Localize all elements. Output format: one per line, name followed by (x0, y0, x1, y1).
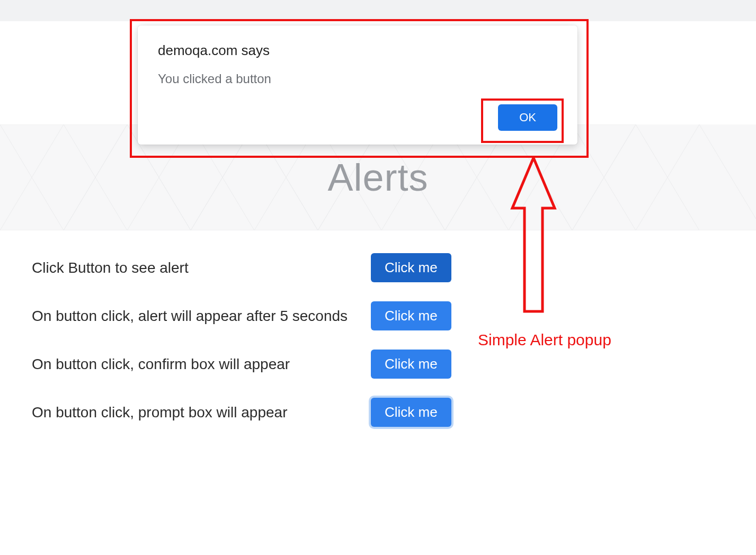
alert-button-timed[interactable]: Click me (371, 301, 451, 330)
dialog-title: demoqa.com says (158, 42, 557, 59)
alert-row-label: On button click, prompt box will appear (32, 402, 371, 423)
alert-row-simple: Click Button to see alert Click me (6, 244, 735, 292)
alert-row-label: On button click, alert will appear after… (32, 306, 371, 326)
alert-button-simple[interactable]: Click me (371, 253, 451, 282)
js-alert-dialog: demoqa.com says You clicked a button OK (138, 25, 577, 145)
annotation-label: Simple Alert popup (478, 331, 611, 349)
dialog-actions: OK (158, 104, 557, 131)
alert-row-confirm: On button click, confirm box will appear… (6, 340, 735, 388)
dialog-message: You clicked a button (158, 71, 557, 86)
alerts-panel: Click Button to see alert Click me On bu… (6, 244, 735, 436)
page-title: Alerts (327, 156, 428, 199)
alert-button-confirm[interactable]: Click me (371, 350, 451, 379)
alert-row-prompt: On button click, prompt box will appear … (6, 388, 735, 436)
alert-button-prompt[interactable]: Click me (371, 398, 451, 427)
dialog-ok-button[interactable]: OK (498, 104, 557, 131)
alert-row-label: On button click, confirm box will appear (32, 354, 371, 374)
alert-row-timed: On button click, alert will appear after… (6, 292, 735, 340)
alert-row-label: Click Button to see alert (32, 258, 371, 278)
browser-top-bar (0, 0, 756, 21)
